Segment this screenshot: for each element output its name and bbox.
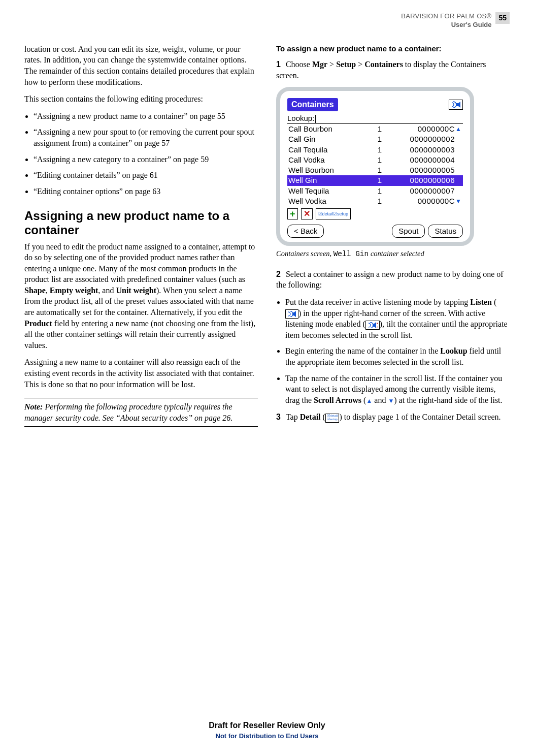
container-list[interactable]: Call Bourbon10000000C▲Call Gin1000000000… — [287, 124, 463, 206]
listen-icon — [285, 309, 298, 319]
scroll-up-icon: ▲ — [366, 397, 372, 404]
step-2: 2Select a container to assign a new prod… — [276, 269, 510, 291]
container-code: 0000000004 — [382, 155, 455, 165]
footer-line-2: Not for Distribution to End Users — [0, 732, 534, 741]
text: Select a container to assign a new produ… — [276, 270, 504, 290]
step-number: 2 — [276, 270, 281, 278]
header-product: BARVISION FOR PALM OS® — [401, 12, 491, 21]
step-number: 3 — [276, 413, 281, 421]
text-cursor — [315, 115, 316, 123]
container-name: Call Tequila — [288, 145, 371, 155]
text: container selected — [369, 249, 424, 258]
listen-icon[interactable] — [449, 100, 463, 110]
container-qty: 1 — [371, 165, 382, 175]
list-item: “Assigning a new pour spout to (or remov… — [34, 127, 258, 148]
table-row[interactable]: Call Gin10000000002 — [287, 134, 463, 144]
term-product: Product — [24, 319, 52, 328]
container-code: 0000000003 — [382, 145, 455, 155]
list-item: “Assigning a new category to a container… — [34, 154, 258, 165]
container-code: 0000000C — [382, 124, 455, 134]
container-name: Well Vodka — [288, 196, 371, 206]
text: field by entering a new name (not choosi… — [24, 319, 255, 350]
detail-setup-icon: ☑detail☑setup — [325, 414, 340, 423]
svg-rect-2 — [373, 324, 374, 327]
intro-continuation: location or cost. And you can edit its s… — [24, 44, 258, 87]
list-item: “Editing container details” on page 61 — [34, 170, 258, 181]
list-item: “Editing container options” on page 63 — [34, 186, 258, 197]
container-name: Call Bourbon — [288, 124, 371, 134]
text: > — [356, 60, 364, 69]
step-3: 3Tap Detail (☑detail☑setup) to display p… — [276, 412, 510, 423]
text: Begin entering the name of the container… — [285, 346, 440, 355]
scroll-down-icon: ▼ — [388, 397, 394, 404]
step-1: 1Choose Mgr > Setup > Containers to disp… — [276, 59, 510, 81]
table-row[interactable]: Call Vodka10000000004 — [287, 155, 463, 165]
container-name: Well Tequila — [288, 186, 371, 196]
text: ( — [321, 413, 325, 421]
following-procedures: This section contains the following edit… — [24, 93, 258, 105]
right-column: To assign a new product name to a contai… — [276, 44, 510, 429]
table-row[interactable]: Well Bourbon10000000005 — [287, 165, 463, 175]
note-body: Performing the following procedure typic… — [24, 402, 232, 422]
add-button[interactable]: + — [287, 208, 298, 219]
container-qty: 1 — [371, 186, 382, 196]
text: Put the data receiver in active listenin… — [285, 298, 470, 306]
palm-titlebar: Containers — [287, 98, 463, 111]
svg-rect-0 — [456, 103, 458, 106]
table-row[interactable]: Well Gin10000000006 — [287, 175, 463, 185]
container-qty: 1 — [371, 155, 382, 165]
term-unit-weight: Unit weight — [116, 286, 156, 295]
status-button[interactable]: Status — [428, 225, 463, 238]
term-empty-weight: Empty weight — [50, 286, 98, 295]
caption-product-name: Well Gin — [333, 250, 369, 258]
container-name: Well Bourbon — [288, 165, 371, 175]
text: If you need to edit the product name ass… — [24, 242, 255, 284]
list-item: Put the data receiver in active listenin… — [285, 297, 510, 340]
term-listen: Listen — [470, 298, 492, 306]
header-subtitle: User's Guide — [401, 21, 491, 29]
palm-bottom-buttons: < Back Spout Status — [287, 225, 463, 238]
procedure-list: “Assigning a new product name to a conta… — [24, 111, 258, 197]
scroll-down-icon[interactable]: ▼ — [455, 197, 462, 205]
text: Tap — [286, 413, 300, 421]
container-qty: 1 — [371, 145, 382, 155]
body-paragraph: If you need to edit the product name ass… — [24, 241, 258, 351]
container-name: Well Gin — [288, 175, 371, 185]
text: Choose — [286, 60, 312, 69]
term-scroll-arrows: Scroll Arrows — [314, 396, 361, 404]
scroll-up-icon[interactable]: ▲ — [455, 125, 462, 133]
container-name: Call Gin — [288, 134, 371, 144]
menu-containers: Containers — [364, 60, 403, 69]
text: ) at the right-hand side of the list. — [394, 396, 502, 404]
table-row[interactable]: Call Tequila10000000003 — [287, 145, 463, 155]
spout-button[interactable]: Spout — [392, 225, 425, 238]
table-row[interactable]: Well Tequila10000000007 — [287, 186, 463, 196]
menu-mgr: Mgr — [312, 60, 327, 69]
step-number: 1 — [276, 60, 281, 69]
container-qty: 1 — [371, 134, 382, 144]
container-qty: 1 — [371, 196, 382, 206]
container-code: 0000000007 — [382, 186, 455, 196]
detail-setup-button[interactable]: ☑detail☑setup — [316, 208, 351, 219]
procedure-title: To assign a new product name to a contai… — [276, 44, 510, 54]
delete-button[interactable]: ✕ — [301, 208, 313, 219]
lookup-field[interactable]: Lookup: — [287, 112, 463, 124]
table-row[interactable]: Call Bourbon10000000C▲ — [287, 124, 463, 134]
list-item: Begin entering the name of the container… — [285, 345, 510, 367]
back-button[interactable]: < Back — [287, 225, 324, 238]
listen-active-icon — [365, 321, 380, 330]
term-detail: Detail — [300, 413, 321, 421]
note-block: Note: Performing the following procedure… — [24, 398, 258, 427]
lookup-label: Lookup: — [287, 114, 314, 122]
term-lookup: Lookup — [440, 346, 467, 355]
container-qty: 1 — [371, 124, 382, 134]
footer-line-1: Draft for Reseller Review Only — [0, 720, 534, 731]
palm-title: Containers — [287, 98, 338, 111]
table-row[interactable]: Well Vodka10000000C▼ — [287, 196, 463, 206]
note-label: Note: — [24, 402, 43, 411]
text: Containers screen, — [276, 249, 333, 258]
page: BARVISION FOR PALM OS® User's Guide 55 l… — [0, 0, 534, 756]
container-code: 0000000006 — [382, 175, 455, 185]
screenshot-caption: Containers screen, Well Gin container se… — [276, 249, 510, 260]
term-shape: Shape — [24, 286, 46, 295]
